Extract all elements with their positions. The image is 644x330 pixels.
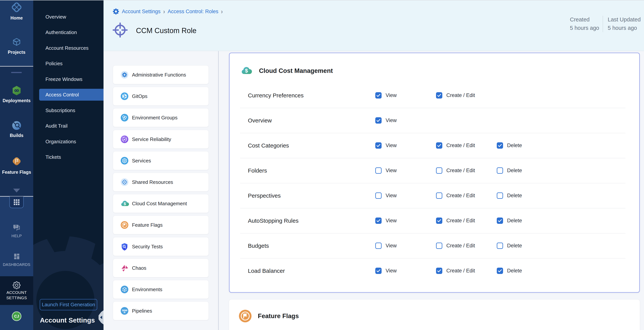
sidebar-item-organizations[interactable]: Organizations [33, 136, 104, 147]
create-edit-checkbox[interactable] [436, 193, 442, 199]
create-edit-checkbox[interactable] [436, 92, 442, 98]
permission-label: Delete [507, 142, 522, 148]
create-edit-checkbox[interactable] [436, 243, 442, 249]
sidebar-item-authentication[interactable]: Authentication [33, 26, 104, 38]
permission-delete: Delete [497, 133, 522, 158]
permission-row-load-balancer: Load BalancerViewCreate / EditDelete [230, 258, 639, 283]
permission-view: View [375, 258, 397, 283]
delete-checkbox[interactable] [497, 168, 503, 174]
created-value: 5 hours ago [570, 24, 599, 32]
permission-row-label: Load Balancer [248, 258, 285, 283]
resource-group-card-pipelines[interactable]: Pipelines [113, 302, 208, 320]
rail-item-projects[interactable]: Projects [0, 38, 33, 55]
resource-group-card-gitops[interactable]: GitOps [113, 87, 208, 105]
sidebar-item-freeze-windows[interactable]: Freeze Windows [33, 73, 104, 85]
rail-item-help[interactable]: ? HELP [0, 224, 33, 238]
pipelines-icon [121, 307, 128, 315]
create-edit-checkbox[interactable] [436, 218, 442, 224]
main-area: Account Settings › Access Control: Roles… [104, 0, 644, 330]
gear-icon [0, 281, 33, 290]
feature-flags-panel: Feature Flags [229, 300, 640, 330]
resource-group-card-cloud-cost-management[interactable]: $Cloud Cost Management [113, 194, 208, 213]
delete-checkbox[interactable] [497, 268, 503, 274]
resource-group-label: Services [132, 151, 151, 170]
resource-group-card-chaos[interactable]: Chaos [113, 259, 208, 277]
resource-group-card-security-tests[interactable]: Security Tests [113, 237, 208, 256]
permission-create-edit: Create / Edit [436, 83, 475, 108]
view-checkbox[interactable] [375, 243, 382, 249]
sidebar-item-account-resources[interactable]: Account Resources [33, 42, 104, 54]
sidebar-item-audit-trail[interactable]: Audit Trail [33, 120, 104, 132]
column-divider [218, 51, 219, 330]
resource-group-card-services[interactable]: Services [113, 151, 208, 170]
sidebar-item-overview[interactable]: Overview [33, 11, 104, 23]
resource-group-card-shared-resources[interactable]: Shared Resources [113, 173, 208, 191]
permission-view: View [375, 133, 397, 158]
view-checkbox[interactable] [375, 193, 382, 199]
permission-delete: Delete [497, 208, 522, 233]
account-settings-gear [0, 281, 33, 290]
resource-group-card-environment-groups[interactable]: Environment Groups [113, 108, 208, 127]
sidebar-item-policies[interactable]: Policies [33, 58, 104, 69]
permission-label: View [386, 218, 397, 224]
rail-section-avatar: CJ [0, 305, 33, 330]
view-checkbox[interactable] [375, 168, 382, 174]
view-checkbox[interactable] [375, 268, 382, 274]
rail-item-dashboards[interactable]: DASHBOARDS [0, 253, 33, 267]
sidebar-item-tickets[interactable]: Tickets [33, 151, 104, 163]
permission-create-edit: Create / Edit [436, 158, 475, 183]
launch-first-generation-button[interactable]: Launch First Generation [40, 299, 97, 310]
resource-group-label: Shared Resources [132, 173, 173, 191]
delete-checkbox[interactable] [497, 218, 503, 224]
view-checkbox[interactable] [375, 142, 382, 149]
create-edit-checkbox[interactable] [436, 142, 442, 149]
permission-create-edit: Create / Edit [436, 133, 475, 158]
last-updated-label: Last Updated [608, 15, 641, 24]
administrative-functions-icon [121, 71, 128, 79]
permission-view: View [375, 208, 397, 233]
resource-group-card-feature-flags[interactable]: Feature Flags [113, 216, 208, 234]
rail-item-account-settings[interactable]: ACCOUNT SETTINGS [0, 276, 33, 305]
delete-checkbox[interactable] [497, 142, 503, 149]
permission-label: Delete [507, 218, 522, 224]
permission-label: Create / Edit [446, 168, 475, 174]
module-grid-icon [14, 199, 20, 205]
panel-title: Feature Flags [258, 312, 299, 320]
avatar[interactable]: CJ [12, 311, 22, 321]
rail-item-label: ACCOUNT SETTINGS [0, 290, 33, 300]
rail-item-builds[interactable]: Builds [0, 121, 33, 138]
resource-group-card-administrative-functions[interactable]: Administrative Functions [113, 66, 208, 84]
view-checkbox[interactable] [375, 218, 382, 224]
role-target-icon [113, 23, 128, 38]
delete-checkbox[interactable] [497, 193, 503, 199]
top-edge-line [0, 0, 644, 1]
rail-item-deployments[interactable]: Deployments [0, 86, 33, 103]
view-checkbox[interactable] [375, 92, 382, 98]
rail-divider-dash [11, 72, 22, 73]
rail-section-bottom: ? HELP DASHBOARDS [0, 197, 33, 276]
module-grid-button[interactable] [9, 197, 24, 208]
create-edit-checkbox[interactable] [436, 168, 442, 174]
resource-group-card-environments[interactable]: Environments [113, 280, 208, 299]
create-edit-checkbox[interactable] [436, 268, 442, 274]
feature-flags-icon [121, 221, 128, 230]
breadcrumb-account-settings[interactable]: Account Settings [122, 9, 160, 15]
rail-item-home[interactable]: Home [0, 1, 33, 21]
sidebar-item-subscriptions[interactable]: Subscriptions [33, 104, 104, 116]
breadcrumb-access-control-roles[interactable]: Access Control: Roles [168, 9, 218, 15]
gear-watermark-icon [33, 233, 104, 330]
view-checkbox[interactable] [375, 117, 382, 124]
resource-group-label: Chaos [132, 259, 146, 277]
permission-label: Create / Edit [446, 218, 475, 224]
panel-header: $ Cloud Cost Management [241, 66, 333, 76]
delete-checkbox[interactable] [497, 243, 503, 249]
sidebar-item-access-control[interactable]: Access Control [39, 89, 104, 101]
chevron-down-icon[interactable] [13, 189, 20, 193]
resource-group-card-service-reliability[interactable]: Service Reliability [113, 130, 208, 148]
permission-label: Delete [507, 168, 522, 174]
rail-item-feature-flags[interactable]: Feature Flags [0, 156, 33, 175]
builds-icon [0, 121, 33, 131]
left-rail: Home Projects Deployments Builds Feature… [0, 0, 33, 330]
permission-label: Create / Edit [446, 92, 475, 98]
rail-item-label: Home [0, 16, 33, 21]
